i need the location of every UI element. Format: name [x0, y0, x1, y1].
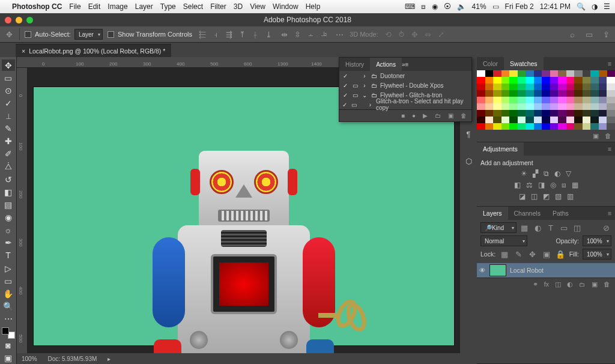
swatch[interactable] [574, 83, 583, 90]
swatch[interactable] [590, 97, 599, 103]
hue-adjust-icon[interactable]: ◧ [514, 181, 521, 189]
wifi-icon[interactable]: ⦿ [444, 2, 451, 11]
lock-all-icon[interactable]: 🔒 [555, 249, 565, 259]
type-tool[interactable]: T [2, 250, 15, 261]
swatch[interactable] [485, 117, 494, 123]
swatch[interactable] [607, 83, 615, 90]
new-set-icon[interactable]: 🗀 [435, 112, 441, 119]
swatch[interactable] [518, 103, 526, 110]
align-right-edges-icon[interactable]: ⇶ [223, 29, 234, 40]
bw-adjust-icon[interactable]: ◨ [538, 181, 545, 189]
posterize-adjust-icon[interactable]: ◫ [531, 192, 538, 201]
swatch[interactable] [574, 90, 583, 97]
filter-type-icon[interactable]: T [545, 222, 556, 233]
align-vcenter-icon[interactable]: ⟊ [250, 29, 261, 40]
swatch[interactable] [550, 110, 559, 117]
adjustments-menu-icon[interactable]: ≡ [604, 145, 615, 153]
swatch[interactable] [534, 117, 542, 123]
swatch[interactable] [558, 123, 566, 130]
swatch[interactable] [583, 123, 591, 130]
gradient-map-icon[interactable]: ▧ [555, 192, 562, 201]
swatch[interactable] [477, 110, 485, 117]
distribute-v-icon[interactable]: ⇳ [292, 29, 303, 40]
color-balance-icon[interactable]: ⚖ [526, 181, 533, 189]
swatch[interactable] [558, 83, 566, 90]
swatch[interactable] [607, 123, 615, 130]
artboard[interactable] [34, 87, 454, 345]
dropbox-icon[interactable]: ⧈ [421, 2, 426, 11]
swatch[interactable] [607, 77, 615, 83]
swatch[interactable] [477, 83, 485, 90]
swatch[interactable] [542, 77, 550, 83]
swatch[interactable] [485, 123, 494, 130]
swatch[interactable] [485, 97, 494, 103]
swatch[interactable] [590, 110, 599, 117]
swatch[interactable] [599, 117, 607, 123]
swatch[interactable] [583, 83, 591, 90]
menu-type[interactable]: Type [160, 2, 176, 11]
blur-tool[interactable]: ◉ [2, 212, 15, 223]
minimize-window[interactable] [16, 17, 22, 23]
swatch[interactable] [518, 90, 526, 97]
swatch[interactable] [574, 117, 583, 123]
layers-menu-icon[interactable]: ≡ [604, 210, 615, 217]
align-top-edges-icon[interactable]: ⤒ [237, 29, 247, 40]
swatch[interactable] [477, 103, 485, 110]
battery-percent[interactable]: 41% [472, 2, 486, 11]
swatch[interactable] [550, 70, 559, 77]
swatch[interactable] [550, 83, 559, 90]
swatch[interactable] [477, 97, 485, 103]
action-row[interactable]: ✓›🗀Duotoner [339, 71, 471, 80]
swatch[interactable] [583, 70, 591, 77]
marquee-tool[interactable]: ▭ [2, 72, 15, 83]
swatch[interactable] [607, 117, 615, 123]
link-layers-icon[interactable]: ⚭ [533, 281, 538, 288]
align-bottom-edges-icon[interactable]: ⤓ [263, 29, 274, 40]
zoom-level[interactable]: 100% [22, 356, 37, 362]
menu-edit[interactable]: Edit [88, 2, 101, 11]
swatch[interactable] [518, 77, 526, 83]
swatch[interactable] [485, 103, 494, 110]
swatch[interactable] [518, 110, 526, 117]
swatch[interactable] [501, 77, 510, 83]
spotlight-icon[interactable]: 🔍 [577, 2, 586, 11]
fill-dropdown[interactable]: 100% [583, 249, 611, 259]
menu-filter[interactable]: Filter [210, 2, 226, 11]
brightness-adjust-icon[interactable]: ☀ [521, 169, 527, 178]
swatch[interactable] [501, 123, 510, 130]
swatch[interactable] [558, 90, 566, 97]
menu-image[interactable]: Image [108, 2, 127, 11]
swatch[interactable] [501, 110, 510, 117]
sync-icon[interactable]: ◉ [432, 2, 438, 11]
swatch[interactable] [550, 123, 559, 130]
swatch[interactable] [493, 77, 501, 83]
zoom-tool[interactable]: 🔍 [2, 300, 15, 312]
swatch[interactable] [526, 77, 534, 83]
menu-help[interactable]: Help [306, 2, 321, 11]
menu-window[interactable]: Window [273, 2, 298, 11]
lock-pixels-icon[interactable]: ✎ [513, 249, 523, 259]
exposure-adjust-icon[interactable]: ◐ [554, 169, 560, 178]
swatch[interactable] [501, 103, 510, 110]
swatch[interactable] [477, 77, 485, 83]
menu-layer[interactable]: Layer [135, 2, 153, 11]
swatch[interactable] [509, 70, 518, 77]
healing-tool[interactable]: ✚ [2, 136, 15, 147]
swatch[interactable] [509, 123, 518, 130]
swatch[interactable] [493, 110, 501, 117]
swatch[interactable] [590, 90, 599, 97]
swatch[interactable] [485, 70, 494, 77]
swatch[interactable] [590, 77, 599, 83]
swatch[interactable] [590, 117, 599, 123]
layer-row[interactable]: 👁 Local Robot [477, 263, 615, 278]
menu-file[interactable]: File [69, 2, 80, 11]
swatches-tab[interactable]: Swatches [504, 57, 544, 70]
action-row[interactable]: ✓▭›Glitch-a-tron - Select and hit play c… [339, 100, 471, 109]
swatch[interactable] [599, 77, 607, 83]
swatch[interactable] [558, 77, 566, 83]
swatch[interactable] [574, 77, 583, 83]
threshold-adjust-icon[interactable]: ◩ [543, 192, 550, 201]
swatch[interactable] [526, 117, 534, 123]
swatch[interactable] [493, 117, 501, 123]
channels-tab[interactable]: Channels [508, 207, 547, 220]
